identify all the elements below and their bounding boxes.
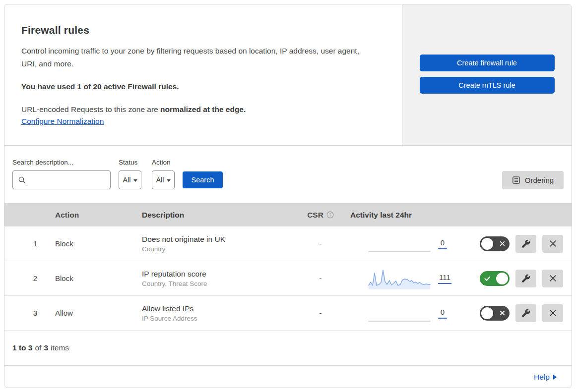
help-link[interactable]: Help: [534, 373, 557, 382]
activity-count-link[interactable]: 0: [438, 238, 447, 249]
search-input[interactable]: [29, 172, 110, 187]
ordering-button-label: Ordering: [525, 176, 554, 184]
toggle-knob: [481, 307, 493, 319]
ordering-button[interactable]: Ordering: [502, 171, 564, 189]
header-csr-label: CSR: [307, 211, 323, 220]
ordering-list-icon: [512, 176, 520, 184]
normalization-note: URL-encoded Requests to this zone are no…: [21, 105, 382, 114]
activity-count-link[interactable]: 0: [438, 308, 447, 319]
status-group: Status All: [119, 159, 141, 189]
rule-csr: -: [291, 239, 350, 248]
header-action: Action: [55, 211, 142, 220]
delete-rule-button[interactable]: [542, 304, 563, 322]
total-text: 3: [44, 343, 48, 352]
rule-description-cell: Does not originate in UK Country: [142, 235, 291, 253]
table-row: 1 Block Does not originate in UK Country…: [4, 226, 572, 261]
wrench-icon: [521, 239, 530, 248]
page-title: Firewall rules: [21, 24, 382, 36]
action-select[interactable]: All: [152, 170, 175, 189]
status-label: Status: [119, 159, 141, 166]
rule-description-cell: IP reputation score Country, Threat Scor…: [142, 270, 291, 287]
edit-rule-button[interactable]: [515, 235, 536, 253]
table-row: 2 Block IP reputation score Country, Thr…: [4, 261, 572, 296]
chevron-down-icon: [133, 179, 137, 182]
pagination-summary: 1 to 3 of 3 items: [4, 331, 572, 366]
filter-bar: Search description... Status All Action …: [4, 146, 572, 203]
rule-priority: 2: [4, 274, 55, 282]
header-csr: CSR: [291, 211, 350, 220]
actions-panel: Create firewall rule Create mTLS rule: [402, 4, 572, 145]
toggle-knob: [481, 238, 493, 250]
close-icon: [549, 240, 557, 247]
action-select-value: All: [156, 176, 164, 184]
enable-toggle[interactable]: [480, 271, 510, 286]
close-icon: [549, 309, 557, 317]
top-section: Firewall rules Control incoming traffic …: [4, 4, 572, 146]
rule-controls: [467, 304, 572, 322]
search-button[interactable]: Search: [183, 171, 223, 188]
status-select-value: All: [123, 176, 130, 184]
rule-priority: 1: [4, 239, 55, 248]
x-icon: [500, 310, 505, 316]
usage-note: You have used 1 of 20 active Firewall ru…: [21, 82, 382, 91]
rule-controls: [467, 270, 572, 287]
toggle-knob: [496, 273, 508, 284]
search-icon: [18, 176, 26, 184]
info-icon[interactable]: [326, 211, 334, 219]
wrench-icon: [521, 274, 530, 283]
rule-description-cell: Allow listed IPs IP Source Address: [142, 304, 291, 322]
rule-priority: 3: [4, 309, 55, 317]
normalization-bold: normalized at the edge.: [160, 105, 246, 113]
items-text: items: [51, 343, 69, 352]
table-header: Action Description CSR Activity last 24h…: [4, 203, 572, 226]
x-icon: [500, 241, 505, 246]
rule-description: IP reputation score: [142, 270, 291, 279]
rule-fields: Country, Threat Score: [142, 280, 291, 287]
check-icon: [484, 276, 491, 281]
create-mtls-rule-button[interactable]: Create mTLS rule: [420, 77, 555, 94]
header-description: Description: [142, 211, 291, 220]
activity-count-link[interactable]: 111: [438, 273, 451, 284]
chevron-down-icon: [167, 179, 171, 182]
rule-fields: Country: [142, 245, 291, 253]
action-group: Action All: [152, 159, 175, 189]
rule-action: Block: [55, 239, 142, 248]
enable-toggle[interactable]: [480, 236, 510, 251]
rule-activity-cell: 111: [350, 268, 467, 289]
help-bar: Help: [4, 366, 572, 388]
normalization-prefix: URL-encoded Requests to this zone are: [21, 105, 160, 113]
of-text: of: [35, 343, 41, 352]
enable-toggle[interactable]: [480, 306, 510, 321]
search-group: Search description...: [12, 159, 111, 189]
page-description: Control incoming traffic to your zone by…: [21, 45, 374, 70]
help-link-label: Help: [534, 373, 550, 382]
rule-action: Block: [55, 274, 142, 282]
rule-csr: -: [291, 274, 350, 282]
intro-panel: Firewall rules Control incoming traffic …: [4, 4, 402, 145]
firewall-rules-card: Firewall rules Control incoming traffic …: [4, 4, 572, 388]
table-row: 3 Allow Allow listed IPs IP Source Addre…: [4, 296, 572, 331]
rule-fields: IP Source Address: [142, 315, 291, 322]
close-icon: [549, 275, 557, 282]
delete-rule-button[interactable]: [542, 235, 563, 253]
edit-rule-button[interactable]: [515, 270, 536, 287]
header-activity: Activity last 24hr: [350, 211, 467, 220]
configure-normalization-link[interactable]: Configure Normalization: [21, 117, 104, 125]
create-firewall-rule-button[interactable]: Create firewall rule: [420, 55, 555, 71]
arrow-right-icon: [553, 375, 557, 380]
search-box: [12, 170, 111, 189]
status-select[interactable]: All: [119, 170, 141, 189]
rule-csr: -: [291, 309, 350, 317]
delete-rule-button[interactable]: [542, 270, 563, 287]
rule-controls: [467, 235, 572, 253]
activity-sparkline: [368, 233, 431, 255]
rule-activity-cell: 0: [350, 302, 467, 324]
edit-rule-button[interactable]: [515, 304, 536, 322]
range-text: 1 to 3: [12, 343, 32, 352]
rule-action: Allow: [55, 309, 142, 317]
action-label: Action: [152, 159, 175, 166]
activity-sparkline: [368, 268, 431, 289]
rule-activity-cell: 0: [350, 233, 467, 255]
wrench-icon: [521, 309, 530, 318]
search-label: Search description...: [12, 159, 111, 166]
